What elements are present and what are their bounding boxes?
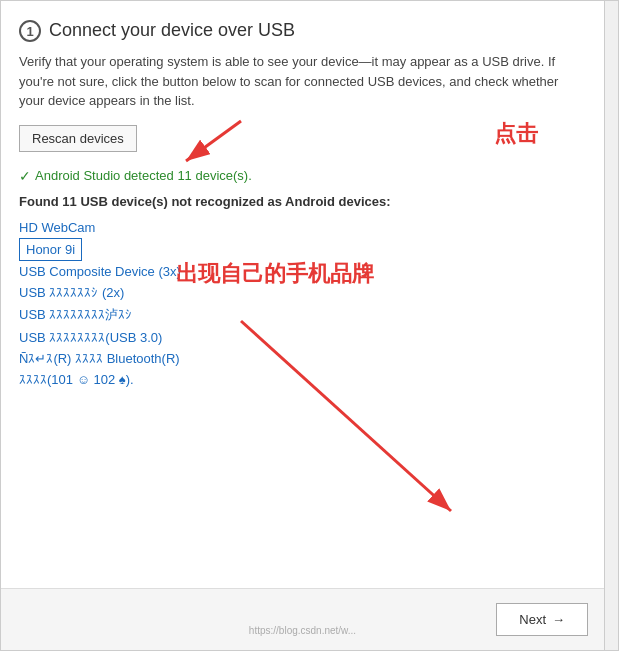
device-item-7[interactable]: ｽｽｽｽ(101 ☺ 102 ♠). (19, 369, 580, 390)
device-list: HD WebCam Honor 9i USB Composite Device … (19, 217, 580, 390)
device-item-6[interactable]: Ñｽ↵ｽ(R) ｽｽｽｽ Bluetooth(R) (19, 348, 580, 369)
detected-text: Android Studio detected 11 device(s). (35, 168, 252, 183)
device-item-5[interactable]: USB ｽｽｽｽｽｽｽｽ(USB 3.0) (19, 327, 580, 348)
step-header: 1 Connect your device over USB (19, 19, 580, 42)
device-item-4[interactable]: USB ｽｽｽｽｽｽｽｽ泸ｽｼ (19, 303, 580, 327)
content-area: 1 Connect your device over USB Verify th… (1, 1, 604, 408)
rescan-button[interactable]: Rescan devices (19, 125, 137, 152)
rescan-area: Rescan devices (19, 125, 580, 164)
checkmark-icon: ✓ (19, 168, 31, 184)
bottom-bar: Next → (1, 588, 604, 650)
next-label: Next (519, 612, 546, 627)
step-description: Verify that your operating system is abl… (19, 52, 580, 111)
main-container: 1 Connect your device over USB Verify th… (0, 0, 619, 651)
device-item-1[interactable]: Honor 9i (19, 238, 82, 261)
device-item-0[interactable]: HD WebCam (19, 217, 580, 238)
scrollbar[interactable] (604, 1, 618, 650)
next-arrow-icon: → (552, 612, 565, 627)
device-item-3[interactable]: USB ｽｽｽｽｽｽｼ (2x) (19, 282, 580, 303)
step-number: 1 (19, 20, 41, 42)
step-title: Connect your device over USB (49, 19, 295, 42)
next-button[interactable]: Next → (496, 603, 588, 636)
device-item-2[interactable]: USB Composite Device (3x) (19, 261, 580, 282)
found-header: Found 11 USB device(s) not recognized as… (19, 194, 580, 209)
detected-message: ✓ Android Studio detected 11 device(s). (19, 168, 580, 184)
